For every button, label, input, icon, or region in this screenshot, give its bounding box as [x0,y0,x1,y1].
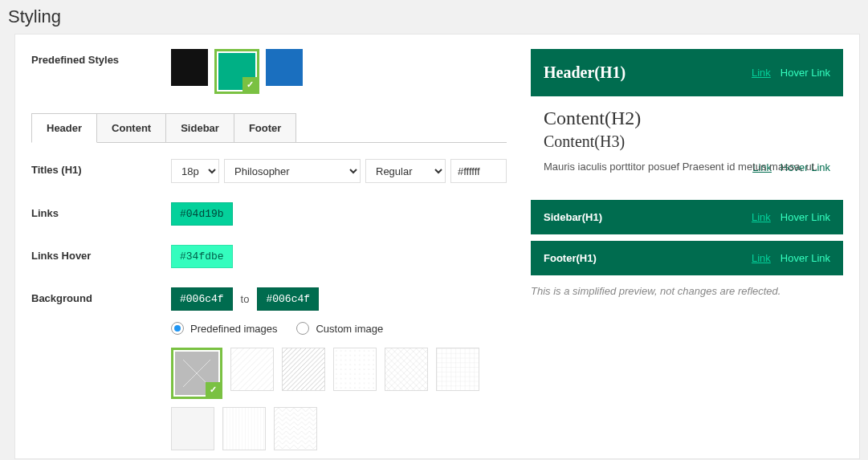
preview-header: Header(H1) Link Hover Link [531,49,843,96]
links-hover-label: Links Hover [31,245,171,262]
preview-footer-link: Link [752,252,771,264]
style-swatch-blue[interactable] [266,49,303,94]
tab-sidebar[interactable]: Sidebar [165,113,234,143]
radio-predefined-images[interactable]: Predefined images [171,322,277,335]
svg-rect-15 [223,408,265,450]
pattern-2[interactable] [230,348,274,391]
tabs: Header Content Sidebar Footer [31,113,507,143]
font-weight-select[interactable]: Regular [365,159,446,183]
pattern-3[interactable] [282,348,325,391]
preview-content-h3: Content(H3) [544,132,830,151]
preview-content-text: Mauris iaculis porttitor posuef Praesent… [544,157,830,177]
preview-sidebar: Sidebar(H1) Link Hover Link [531,200,843,234]
preview-footer-hover-link: Hover Link [780,252,830,264]
svg-rect-7 [334,348,376,390]
bg-to-text: to [241,293,250,305]
check-icon [242,77,257,92]
pattern-1[interactable] [171,348,222,399]
background-label: Background [31,287,171,304]
preview-sidebar-link: Link [752,211,771,223]
font-family-select[interactable]: Philosopher [224,159,361,183]
preview-content: Content(H2) Content(H3) Mauris iaculis p… [531,96,843,193]
tab-content[interactable]: Content [96,113,166,143]
pattern-6[interactable] [436,348,479,391]
links-color-chip[interactable]: #04d19b [171,202,233,226]
preview-sidebar-hover-link: Hover Link [780,211,830,223]
pattern-8[interactable] [222,407,266,450]
preview-sidebar-title: Sidebar(H1) [544,211,602,223]
svg-rect-5 [283,348,324,390]
radio-custom-label: Custom image [316,323,383,335]
style-swatch-green[interactable] [214,49,259,94]
links-hover-color-chip[interactable]: #34fdbe [171,245,233,268]
pattern-7[interactable] [171,407,214,450]
check-icon [206,382,220,397]
svg-rect-10 [385,348,427,390]
preview-note: This is a simplified preview, not change… [531,285,843,297]
tab-footer[interactable]: Footer [234,113,296,143]
bg-from-chip[interactable]: #006c4f [171,287,233,311]
font-size-select[interactable]: 18px [171,159,219,183]
styling-panel: Predefined Styles Header Content Sidebar… [14,34,860,459]
preview-header-link: Link [752,67,771,79]
predefined-styles-label: Predefined Styles [31,49,171,66]
page-title: Styling [0,0,868,34]
bg-patterns [171,348,507,450]
radio-icon [296,322,309,335]
pattern-5[interactable] [385,348,428,391]
style-swatch-black[interactable] [171,49,208,94]
radio-custom-image[interactable]: Custom image [296,322,383,335]
radio-predefined-label: Predefined images [190,323,277,335]
links-label: Links [31,202,171,219]
title-color-input[interactable] [450,159,507,183]
svg-rect-3 [231,348,273,390]
svg-rect-16 [275,408,316,450]
titles-label: Titles (H1) [31,159,171,176]
pattern-9[interactable] [274,407,317,450]
preview-header-hover-link: Hover Link [780,67,830,79]
preview-footer-title: Footer(H1) [544,252,597,264]
bg-to-chip[interactable]: #006c4f [257,287,319,311]
preview-content-h2: Content(H2) [544,108,830,129]
pattern-4[interactable] [333,348,377,391]
radio-icon [171,322,184,335]
preview-header-title: Header(H1) [544,63,626,82]
tab-header[interactable]: Header [31,113,97,143]
preview-footer: Footer(H1) Link Hover Link [531,241,843,275]
svg-rect-13 [437,348,479,390]
